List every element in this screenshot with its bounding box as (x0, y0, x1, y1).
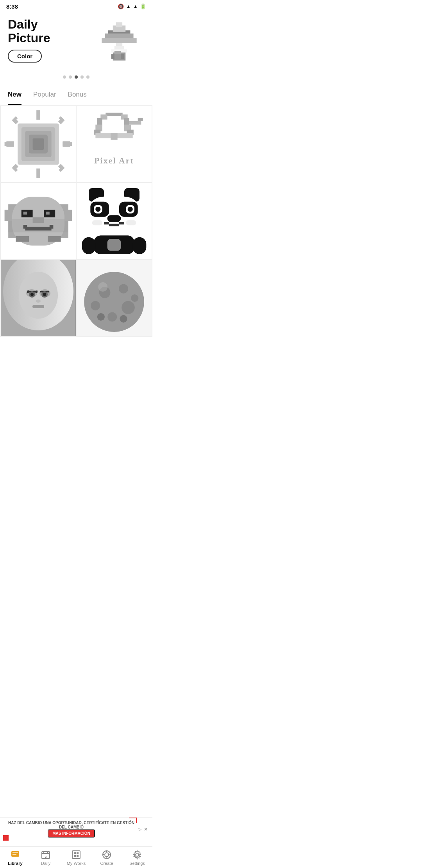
dot-2 (69, 75, 72, 79)
svg-rect-49 (5, 210, 12, 221)
sun-svg (1, 106, 76, 182)
app-title: Daily Picture (8, 18, 50, 45)
svg-rect-79 (107, 239, 121, 251)
header-left: Daily Picture Color (8, 18, 50, 63)
svg-rect-55 (33, 217, 44, 223)
svg-rect-5 (116, 43, 122, 46)
vibrate-icon: 🔇 (118, 4, 124, 9)
svg-rect-70 (107, 215, 121, 222)
pixel-art-logo-svg: Pixel Art (77, 106, 152, 182)
svg-rect-74 (92, 220, 102, 225)
status-time: 8:38 (6, 3, 18, 10)
svg-rect-53 (23, 212, 27, 215)
svg-rect-50 (64, 210, 72, 221)
tab-popular[interactable]: Popular (33, 85, 56, 105)
tab-new[interactable]: New (8, 85, 21, 105)
grid-item-woman[interactable] (1, 260, 76, 336)
main-content: Pixel Art (0, 105, 152, 392)
grid-item-alien-planet[interactable] (77, 260, 152, 336)
status-icons: 🔇 ▲ ▲ 🔋 (118, 4, 146, 9)
svg-point-98 (91, 301, 100, 310)
svg-text:Pixel Art: Pixel Art (94, 156, 134, 165)
svg-rect-29 (6, 141, 14, 147)
svg-rect-13 (36, 169, 40, 178)
hero-ufo-svg (94, 18, 145, 68)
svg-point-103 (131, 294, 138, 302)
svg-rect-73 (109, 224, 119, 226)
grid-item-panda[interactable] (77, 183, 152, 259)
svg-rect-28 (33, 138, 44, 150)
grid-item-sun[interactable] (1, 106, 76, 182)
svg-rect-93 (27, 291, 29, 293)
tabs-bar: New Popular Bonus (0, 85, 152, 105)
svg-point-97 (119, 284, 128, 294)
svg-rect-2 (102, 38, 136, 43)
grid-item-pixel-art-logo[interactable]: Pixel Art (77, 106, 152, 182)
svg-point-102 (120, 315, 127, 323)
dot-3 (75, 75, 78, 79)
svg-rect-41 (111, 133, 117, 140)
svg-rect-92 (32, 305, 44, 308)
svg-rect-4 (116, 22, 122, 27)
svg-rect-77 (82, 237, 96, 254)
dot-4 (80, 75, 84, 79)
svg-point-100 (107, 312, 117, 322)
battery-icon: 🔋 (140, 4, 146, 9)
color-button[interactable]: Color (8, 50, 42, 63)
svg-rect-54 (46, 212, 50, 215)
svg-rect-43 (138, 118, 143, 121)
svg-rect-31 (106, 113, 122, 116)
carousel-dots (0, 72, 152, 85)
status-bar: 8:38 🔇 ▲ ▲ 🔋 (0, 0, 152, 11)
tab-bonus[interactable]: Bonus (68, 85, 87, 105)
signal-icon: ▲ (133, 4, 138, 9)
svg-rect-42 (129, 121, 141, 125)
wifi-icon: ▲ (126, 4, 131, 9)
svg-rect-9 (111, 54, 114, 59)
svg-rect-68 (95, 207, 100, 212)
svg-rect-78 (133, 237, 147, 254)
svg-rect-94 (36, 291, 38, 293)
dot-1 (63, 75, 66, 79)
svg-point-104 (98, 282, 107, 292)
svg-point-91 (36, 299, 41, 303)
pixel-face-svg (1, 183, 76, 259)
svg-rect-30 (63, 141, 70, 147)
svg-rect-69 (128, 207, 133, 212)
dot-5 (86, 75, 89, 79)
svg-rect-56 (25, 227, 51, 231)
svg-point-90 (43, 293, 46, 296)
svg-rect-10 (121, 54, 124, 59)
svg-rect-58 (50, 225, 54, 229)
svg-point-101 (97, 313, 105, 321)
svg-rect-60 (48, 236, 61, 242)
svg-rect-72 (119, 222, 124, 225)
svg-rect-6 (114, 46, 124, 49)
alien-planet-svg (77, 260, 152, 336)
header: Daily Picture Color (0, 11, 152, 72)
woman-svg (1, 260, 76, 336)
svg-rect-11 (114, 51, 121, 54)
panda-svg (77, 183, 152, 259)
svg-rect-57 (23, 225, 27, 229)
svg-point-89 (30, 293, 34, 296)
hero-image (94, 18, 145, 68)
grid-item-pixel-face[interactable] (1, 183, 76, 259)
svg-rect-12 (36, 110, 40, 120)
svg-point-82 (19, 272, 58, 319)
svg-rect-75 (126, 220, 136, 225)
svg-rect-59 (16, 236, 29, 242)
image-grid: Pixel Art (0, 105, 152, 337)
svg-point-99 (122, 301, 135, 314)
svg-rect-71 (104, 222, 109, 225)
